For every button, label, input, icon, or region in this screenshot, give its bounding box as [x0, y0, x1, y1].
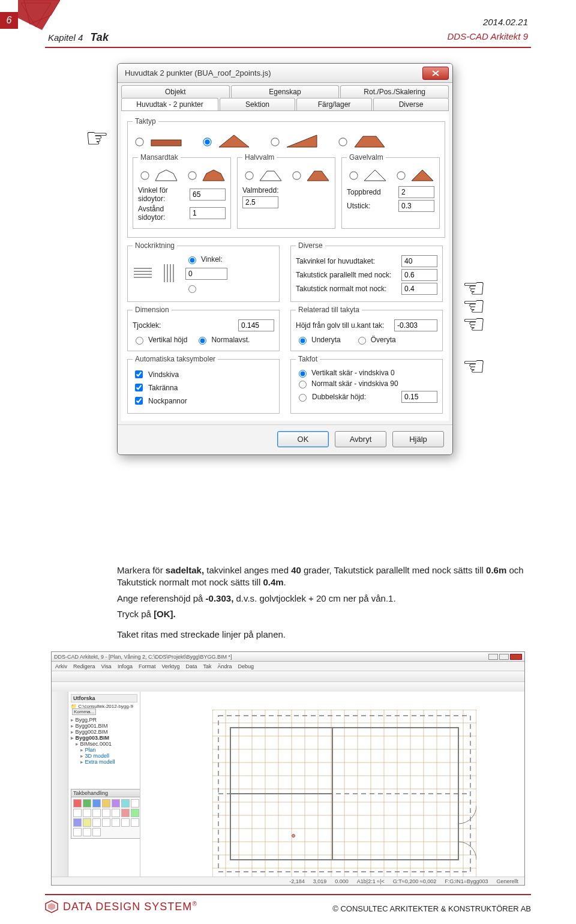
- roof-radio-1[interactable]: [135, 137, 143, 146]
- menu-data[interactable]: Data: [185, 663, 197, 669]
- radio-overyta[interactable]: [358, 337, 366, 345]
- radio-normalavst[interactable]: [199, 337, 206, 345]
- chk-takranna[interactable]: [135, 384, 143, 391]
- roof-type-sadel[interactable]: [200, 131, 251, 151]
- input-dubbelskar[interactable]: [401, 391, 437, 403]
- tab-farg[interactable]: Färg/lager: [296, 98, 372, 110]
- tab-huvudtak[interactable]: Huvudtak - 2 punkter: [121, 98, 218, 110]
- input-avstand-sidoytor[interactable]: [190, 207, 226, 219]
- chk-nockpannor[interactable]: [135, 397, 143, 405]
- menu-visa[interactable]: Visa: [101, 663, 112, 669]
- halvvalm-radio-2[interactable]: [292, 171, 301, 180]
- menu-tak[interactable]: Tak: [203, 663, 211, 669]
- tool-icon[interactable]: [131, 818, 139, 827]
- radio-vertikal-hojd[interactable]: [136, 337, 143, 345]
- input-utstick[interactable]: [398, 200, 434, 212]
- tool-icon[interactable]: [102, 799, 110, 808]
- tool-icon[interactable]: [121, 809, 130, 817]
- input-hojd-golv[interactable]: [394, 319, 437, 331]
- radio-underyta[interactable]: [299, 337, 307, 345]
- menu-debug[interactable]: Debug: [238, 663, 254, 669]
- radio-dubbelskar[interactable]: [299, 394, 307, 402]
- tab-egenskap[interactable]: Egenskap: [231, 85, 340, 98]
- tab-rot-pos[interactable]: Rot./Pos./Skalering: [340, 85, 449, 98]
- tab-sektion[interactable]: Sektion: [220, 98, 295, 110]
- roof-type-pult[interactable]: [268, 131, 319, 151]
- mansard-opt-1[interactable]: [138, 168, 178, 182]
- tool-icon[interactable]: [83, 809, 91, 817]
- mansard-opt-2[interactable]: [185, 168, 226, 182]
- menu-verktyg[interactable]: Verktyg: [161, 663, 179, 669]
- tool-icon[interactable]: [102, 818, 110, 827]
- close-button[interactable]: [422, 67, 449, 80]
- input-vinkel-sidoytor[interactable]: [190, 189, 226, 201]
- tool-icon[interactable]: [92, 809, 101, 817]
- ls-min-icon[interactable]: [488, 654, 498, 660]
- roof-radio-2[interactable]: [203, 137, 211, 146]
- ls-close-icon[interactable]: [510, 654, 522, 660]
- gavel-radio-2[interactable]: [397, 171, 405, 180]
- menu-format[interactable]: Format: [139, 663, 156, 669]
- gavel-radio-1[interactable]: [349, 171, 358, 180]
- tree-item[interactable]: Plan: [71, 747, 137, 753]
- input-tjocklek[interactable]: [238, 319, 274, 331]
- tree-item[interactable]: BIMsec.0001: [71, 741, 137, 747]
- nock-radio-vinkel[interactable]: [188, 256, 196, 264]
- gavel-opt-1[interactable]: [347, 168, 387, 182]
- tree-item[interactable]: Extra modell: [71, 759, 137, 765]
- tool-icon[interactable]: [83, 799, 91, 808]
- roof-type-flat[interactable]: [133, 131, 184, 151]
- ls-max-icon[interactable]: [499, 654, 509, 660]
- roof-radio-3[interactable]: [271, 137, 279, 146]
- nock-radio-alt[interactable]: [188, 285, 196, 293]
- tool-icon[interactable]: [73, 799, 82, 808]
- sidebar-tab[interactable]: Utforska: [73, 695, 95, 701]
- tab-diverse[interactable]: Diverse: [373, 98, 449, 110]
- help-button[interactable]: Hjälp: [392, 431, 444, 447]
- tool-icon[interactable]: [92, 828, 101, 836]
- gavel-opt-2[interactable]: [394, 168, 434, 182]
- tool-icon[interactable]: [73, 809, 82, 817]
- menu-infoga[interactable]: Infoga: [118, 663, 133, 669]
- input-takutstick-nock[interactable]: [401, 269, 437, 281]
- input-valmbredd[interactable]: [242, 196, 278, 208]
- tool-icon[interactable]: [131, 799, 139, 808]
- tool-icon[interactable]: [121, 818, 130, 827]
- ls-canvas[interactable]: [140, 692, 524, 877]
- tool-icon[interactable]: [83, 818, 91, 827]
- tool-icon[interactable]: [121, 799, 130, 808]
- menu-arkiv[interactable]: Arkiv: [55, 663, 67, 669]
- tree-item[interactable]: Bygg.PR: [71, 717, 137, 723]
- menu-andra[interactable]: Ändra: [217, 663, 232, 669]
- roof-radio-4[interactable]: [338, 137, 347, 146]
- menu-redigera[interactable]: Redigera: [73, 663, 95, 669]
- radio-vertikalt-skar[interactable]: [299, 370, 307, 378]
- halvvalm-opt-1[interactable]: [242, 168, 283, 182]
- input-toppbredd[interactable]: [398, 186, 434, 198]
- tool-icon[interactable]: [92, 818, 101, 827]
- roof-type-valmat[interactable]: [336, 131, 387, 151]
- tab-objekt[interactable]: Objekt: [121, 85, 230, 98]
- tree-item[interactable]: Bygg003.BIM: [71, 735, 137, 741]
- halvvalm-opt-2[interactable]: [290, 168, 330, 182]
- tree-item[interactable]: Bygg002.BIM: [71, 729, 137, 735]
- tree-item[interactable]: 3D modell: [71, 753, 137, 759]
- tool-icon[interactable]: [73, 818, 82, 827]
- tool-icon[interactable]: [112, 809, 120, 817]
- tool-icon[interactable]: [131, 809, 139, 817]
- tool-icon[interactable]: [112, 818, 120, 827]
- tree-item[interactable]: Bygg001.BIM: [71, 723, 137, 729]
- tool-icon[interactable]: [92, 799, 101, 808]
- tool-icon[interactable]: [112, 799, 120, 808]
- radio-normalt-skar[interactable]: [299, 381, 307, 388]
- tool-icon[interactable]: [73, 828, 82, 836]
- tool-icon[interactable]: [102, 809, 110, 817]
- halvvalm-radio-1[interactable]: [245, 171, 253, 180]
- input-takutstick-normalt[interactable]: [401, 283, 437, 295]
- input-nock-vinkel[interactable]: [185, 268, 227, 280]
- mansard-radio-2[interactable]: [188, 171, 196, 180]
- chk-vindskiva[interactable]: [135, 370, 143, 378]
- mansard-radio-1[interactable]: [140, 171, 149, 180]
- cancel-button[interactable]: Avbryt: [335, 431, 386, 447]
- ok-button[interactable]: OK: [277, 431, 329, 447]
